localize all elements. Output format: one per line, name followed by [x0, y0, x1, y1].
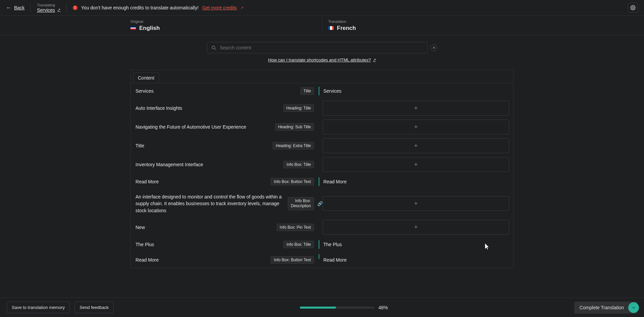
flag-en-icon	[130, 26, 136, 30]
content-row: Navigating the Future of Automotive User…	[131, 118, 513, 136]
accent-bar	[319, 177, 319, 186]
original-text: Services	[136, 88, 154, 94]
search-box[interactable]	[207, 42, 428, 53]
translating-label: Translating	[37, 3, 60, 7]
accent-bar	[319, 87, 319, 95]
clear-search-button[interactable]: ✕	[430, 44, 437, 51]
original-text: Inventory Management Interface	[136, 161, 203, 168]
content-row: The PlusInfo Box: TitleThe Plus	[131, 237, 513, 252]
translation-label: Translation	[328, 19, 514, 24]
complete-dropdown-toggle[interactable]	[628, 302, 639, 313]
settings-button[interactable]	[628, 3, 638, 13]
complete-translation-button[interactable]: Complete Translation	[574, 302, 637, 314]
original-language-column: Original English	[124, 16, 322, 35]
progress-percent: 48%	[378, 305, 388, 310]
close-icon: ✕	[432, 46, 435, 50]
howto-text: How can I translate shortcodes and HTML …	[268, 57, 371, 62]
link-icon: 🔗	[317, 201, 323, 206]
external-link-icon: ↗	[240, 6, 244, 10]
send-feedback-button[interactable]: Send feedback	[74, 302, 114, 313]
content-row: An interface designed to monitor and con…	[131, 189, 513, 218]
field-type-tag: Info Box: Pin Text	[277, 224, 314, 231]
translation-text[interactable]: The Plus	[319, 242, 342, 247]
field-type-tag: Info Box:Description	[288, 197, 314, 210]
original-text: Read More	[136, 257, 159, 263]
translation-text[interactable]: Read More	[319, 179, 346, 184]
content-row: TitleHeading: Extra Title+	[131, 136, 513, 155]
back-label: Back	[14, 5, 24, 10]
flag-fr-icon	[328, 26, 334, 30]
content-row: Auto Interface InsightsHeading: Title+	[131, 99, 513, 118]
add-translation-button[interactable]: +	[323, 120, 509, 134]
credits-warning-text: You don't have enough credits to transla…	[81, 5, 199, 10]
field-type-tag: Heading: Extra Title	[273, 142, 314, 149]
content-row: Read MoreInfo Box: Button TextRead More	[131, 252, 513, 268]
field-type-tag: Info Box: Button Text	[271, 178, 314, 185]
original-text: Navigating the Future of Automotive User…	[136, 124, 246, 130]
original-text: Title	[136, 142, 144, 149]
add-translation-button[interactable]: +	[323, 220, 509, 235]
add-translation-button[interactable]: +	[323, 138, 509, 153]
original-language-name: English	[139, 25, 160, 32]
field-type-tag: Title	[301, 87, 314, 95]
complete-label: Complete Translation	[580, 305, 624, 310]
translation-text[interactable]: Services	[319, 88, 341, 94]
translation-language-name: French	[337, 25, 356, 32]
field-type-tag: Heading: Sub Title	[275, 123, 314, 131]
get-credits-label: Get more credits	[202, 5, 237, 10]
translation-language-column: Translation French	[322, 16, 520, 35]
original-text: The Plus	[136, 241, 154, 248]
content-panel: Content ServicesTitleServicesAuto Interf…	[130, 70, 514, 268]
original-label: Original	[130, 19, 316, 24]
add-translation-button[interactable]: +	[323, 196, 509, 211]
field-type-tag: Info Box: Title	[283, 241, 314, 248]
get-credits-link[interactable]: Get more credits	[202, 5, 237, 10]
external-link-icon: ↗	[57, 8, 60, 12]
accent-bar	[319, 254, 319, 259]
translation-text[interactable]: Read More	[319, 257, 346, 263]
svg-line-1	[214, 48, 216, 50]
page-name-link[interactable]: Services ↗	[37, 7, 60, 13]
page-name: Services	[37, 7, 55, 13]
tab-content[interactable]: Content	[133, 73, 159, 83]
save-to-memory-button[interactable]: Save to translation memory	[7, 302, 70, 313]
gear-icon	[630, 5, 636, 10]
arrow-left-icon: ←	[6, 5, 11, 11]
translating-context: Translating Services ↗	[37, 3, 60, 13]
original-text: Auto Interface Insights	[136, 105, 182, 111]
progress-bar: 48%	[118, 305, 570, 310]
original-text: Read More	[136, 178, 159, 185]
credits-warning-group: ! You don't have enough credits to trans…	[73, 5, 244, 10]
content-row: NewInfo Box: Pin Text+	[131, 218, 513, 237]
original-text: New	[136, 224, 145, 231]
accent-bar	[319, 240, 319, 249]
divider	[66, 3, 67, 12]
add-translation-button[interactable]: +	[323, 157, 509, 172]
field-type-tag: Info Box: Title	[283, 161, 314, 168]
howto-link[interactable]: How can I translate shortcodes and HTML …	[268, 57, 376, 62]
content-row: Inventory Management InterfaceInfo Box: …	[131, 155, 513, 174]
search-input[interactable]	[220, 45, 423, 50]
svg-point-0	[212, 46, 215, 49]
add-translation-button[interactable]: +	[323, 101, 509, 116]
chevron-down-icon	[632, 306, 636, 310]
field-type-tag: Info Box: Button Text	[271, 256, 314, 264]
content-row: ServicesTitleServices	[131, 83, 513, 99]
warning-icon: !	[73, 5, 77, 10]
divider	[31, 3, 31, 12]
external-link-icon: ↗	[373, 58, 376, 62]
content-row: Read MoreInfo Box: Button TextRead More	[131, 174, 513, 189]
original-text: An interface designed to monitor and con…	[136, 193, 284, 214]
field-type-tag: Heading: Title	[283, 104, 314, 112]
search-icon	[211, 45, 216, 50]
back-button[interactable]: ← Back	[6, 5, 24, 11]
